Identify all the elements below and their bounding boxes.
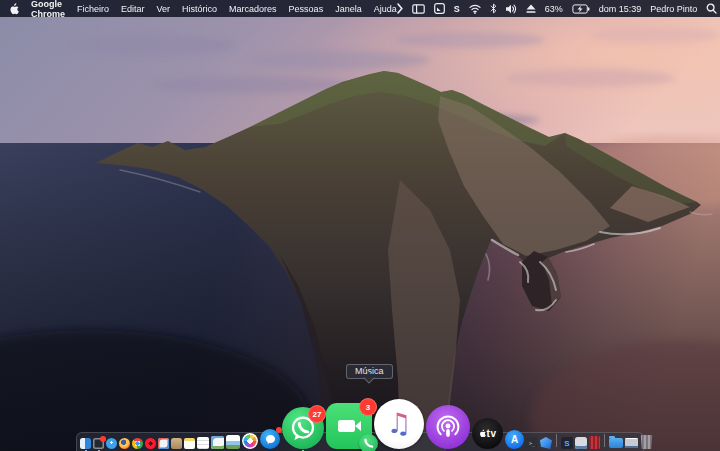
external-drive-icon[interactable] (589, 436, 600, 449)
notification-dot (100, 436, 106, 442)
music-note-icon: ♫ (386, 410, 411, 438)
opera-icon[interactable] (145, 438, 156, 449)
podcasts-glyph-icon (435, 414, 461, 440)
menu-ver[interactable]: Ver (157, 4, 171, 14)
messenger-icon[interactable] (260, 429, 280, 449)
notes-icon[interactable] (184, 438, 195, 449)
menu-editar[interactable]: Editar (121, 4, 145, 14)
s-status-icon[interactable]: S (454, 4, 460, 14)
spotlight-search-icon[interactable] (706, 3, 717, 14)
firefox-icon[interactable] (119, 438, 130, 449)
chevron-icon[interactable] (397, 3, 403, 14)
menu-bar: Google Chrome Ficheiro Editar Ver Histór… (0, 0, 720, 17)
eject-icon[interactable] (526, 4, 536, 14)
s-app-icon[interactable]: S (561, 437, 573, 449)
dock-separator (604, 434, 605, 447)
car-document-icon[interactable] (575, 437, 587, 449)
menu-historico[interactable]: Histórico (182, 4, 217, 14)
whatsapp-icon[interactable]: 27 (282, 407, 324, 449)
whatsapp-badge: 27 (308, 405, 326, 423)
textedit-icon[interactable] (197, 437, 209, 449)
display-icon[interactable] (412, 4, 425, 14)
downloads-stack-icon[interactable] (625, 438, 638, 448)
apple-menu-icon[interactable] (9, 3, 19, 15)
chat-bubble-icon (265, 434, 276, 445)
safari-icon[interactable] (106, 438, 117, 449)
s-app-glyph: S (564, 439, 569, 448)
trash-icon[interactable] (640, 435, 653, 449)
tv-label: tv (487, 428, 497, 439)
chrome-icon[interactable] (132, 438, 143, 449)
bluetooth-icon[interactable] (490, 3, 497, 14)
apple-logo-icon (479, 429, 486, 438)
active-app-name[interactable]: Google Chrome (31, 0, 65, 19)
menu-janela[interactable]: Janela (335, 4, 362, 14)
folder-app-icon[interactable] (171, 438, 182, 449)
user-menu[interactable]: Pedro Pinto (650, 4, 697, 14)
battery-charging-icon[interactable] (572, 4, 590, 14)
menu-ficheiro[interactable]: Ficheiro (77, 4, 109, 14)
menu-marcadores[interactable]: Marcadores (229, 4, 277, 14)
capture-icon[interactable] (434, 3, 445, 14)
preview-icon[interactable] (211, 436, 224, 449)
desktop: Google Chrome Ficheiro Editar Ver Histór… (0, 0, 720, 451)
facetime-badge: 3 (359, 398, 377, 416)
dock: 27 3 ♫ (76, 431, 644, 451)
finder-icon[interactable] (80, 438, 91, 449)
podcasts-icon[interactable] (426, 405, 470, 449)
dock-tooltip-label: Música (355, 366, 384, 376)
menu-bar-clock[interactable]: dom 15:39 (599, 4, 642, 14)
app-store-glyph: A (511, 434, 518, 445)
app-store-icon[interactable]: A (505, 430, 524, 449)
menu-ajuda[interactable]: Ajuda (374, 4, 397, 14)
cad-app-icon[interactable] (540, 437, 552, 449)
volume-icon[interactable] (506, 4, 517, 14)
documents-folder-icon[interactable] (609, 438, 623, 448)
video-camera-icon (338, 420, 355, 432)
qr-app-icon[interactable] (158, 438, 169, 449)
dock-separator (556, 434, 557, 447)
facetime-icon[interactable]: 3 (326, 403, 372, 449)
phone-handset-icon (359, 434, 378, 451)
photos-icon[interactable] (242, 433, 258, 449)
wifi-icon[interactable] (469, 4, 481, 14)
wallpaper-catalina (0, 0, 720, 451)
menu-pessoas[interactable]: Pessoas (289, 4, 324, 14)
notification-dot (276, 427, 282, 433)
terminal-icon[interactable]: >_ (526, 437, 538, 449)
terminal-glyph: >_ (529, 440, 535, 446)
musica-icon[interactable]: ♫ (374, 399, 424, 449)
photos-document-icon[interactable] (226, 435, 240, 449)
screenshot-app-icon[interactable] (93, 438, 104, 449)
dock-tooltip: Música (346, 364, 393, 379)
battery-percent: 63% (545, 4, 563, 14)
apple-tv-icon[interactable]: tv (472, 418, 503, 449)
